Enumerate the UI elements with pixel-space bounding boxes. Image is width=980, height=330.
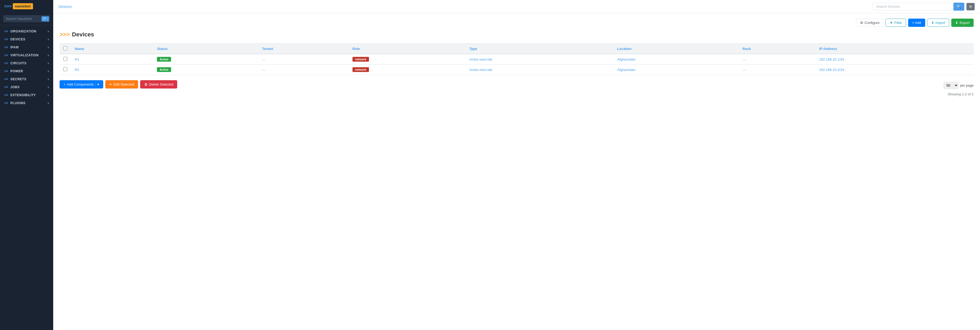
main-content: Devices 🔍 ⚙ ⚙ Configure ▼ Filter + Add ⬆… [53,0,980,330]
select-all-header [60,44,71,54]
configure-button[interactable]: ⚙ Configure [856,19,883,27]
devices-table: Name Status Tenant Role Type Location Ra… [60,43,974,75]
page-title-row: >>> Devices [60,31,974,38]
sidebar-item-label: SECRETS [10,77,26,81]
topbar: Devices 🔍 ⚙ [53,0,980,13]
row1-checkbox[interactable] [63,57,67,61]
filter-button[interactable]: ▼ Filter [886,19,906,27]
logo-arrows-icon: >>> [4,4,12,9]
row2-ip-link[interactable]: 192.168.10.2/24 [819,68,844,72]
per-page-label: per page [960,83,974,87]
col-rack: Rack [739,44,815,54]
export-button[interactable]: ⬇ Export [951,19,974,27]
delete-selected-button[interactable]: 🗑 Delete Selected [140,80,177,89]
nav-arrows-icon: >> [4,77,8,81]
sidebar-item-plugins[interactable]: >> PLUGINS ▾ [0,99,53,107]
sidebar-item-virtualization[interactable]: >> VIRTUALIZATION ▾ [0,51,53,59]
sidebar-item-circuits[interactable]: >> CIRCUITS ▾ [0,59,53,67]
page-title: Devices [72,31,94,38]
col-name-label: Name [75,47,84,51]
chevron-down-icon: ▾ [48,38,49,41]
row2-checkbox[interactable] [63,67,67,71]
sidebar-item-secrets[interactable]: >> SECRETS ▾ [0,75,53,83]
add-components-button[interactable]: + Add Components ▾ [60,80,103,89]
table-row: R1 Active — network Arista veos-lab [60,54,974,65]
gear-icon: ⚙ [860,21,863,25]
row1-name-cell: R1 [71,54,153,65]
sidebar-item-label: ORGANIZATION [10,30,37,33]
col-tenant-label: Tenant [262,47,273,51]
chevron-down-icon: ▾ [48,102,49,105]
col-location-label: Location [617,47,632,51]
search-nautobot-button[interactable]: 🔍 [41,16,49,21]
showing-label: Showing 1-2 of 2 [948,92,974,96]
row2-location-link[interactable]: Afghanistan [617,68,635,72]
add-label: + Add [912,21,921,25]
sidebar-item-label: POWER [10,69,23,73]
nav-arrows-icon: >> [4,46,8,49]
sidebar-item-organization[interactable]: >> ORGANIZATION ▾ [0,27,53,35]
sidebar-item-extensibility[interactable]: >> EXTENSIBILITY ▾ [0,91,53,99]
nav-arrows-icon: >> [4,38,8,41]
row1-rack-value: — [743,57,746,61]
col-status-label: Status [157,47,168,51]
import-button[interactable]: ⬆ Import [928,19,950,27]
breadcrumb-devices[interactable]: Devices [59,5,72,9]
select-all-checkbox[interactable] [63,46,67,50]
sidebar-item-devices[interactable]: >> DEVICES ▾ [0,35,53,43]
row2-rack-value: — [743,68,746,72]
row2-status-badge: Active [157,67,171,72]
col-type-label: Type [469,47,477,51]
row1-location-link[interactable]: Afghanistan [617,57,635,61]
table-body: R1 Active — network Arista veos-lab [60,54,974,75]
nav-arrows-icon: >> [4,69,8,73]
sidebar-item-label: IPAM [10,46,19,49]
plus-icon: + [64,82,66,86]
row2-rack-cell: — [739,65,815,75]
row2-type-cell: Arista veos-lab [466,65,613,75]
chevron-down-icon: ▾ [48,54,49,57]
per-page-select[interactable]: 50 100 200 [943,82,958,89]
col-tenant: Tenant [258,44,349,54]
chevron-down-icon: ▾ [48,78,49,81]
col-ip: IP Address [815,44,974,54]
row1-location-cell: Afghanistan [613,54,739,65]
edit-selected-button[interactable]: ✏ Edit Selected [105,80,138,89]
row1-ip-link[interactable]: 192.168.10.1/24 [819,57,844,61]
search-devices-input[interactable] [873,3,952,10]
chevron-down-icon: ▾ [48,46,49,49]
filter-label: Filter [894,21,902,25]
sidebar-item-label: JOBS [10,85,20,89]
sidebar-item-label: PLUGINS [10,101,25,105]
row1-type-link[interactable]: Arista veos-lab [469,57,492,61]
export-label: Export [959,21,970,25]
row1-role-cell: network [349,54,466,65]
add-components-caret-icon[interactable]: ▾ [95,82,99,86]
pagination-area: 50 100 200 per page Showing 1-2 of 2 [943,82,974,96]
row2-name-link[interactable]: R2 [75,68,79,72]
row2-name-cell: R2 [71,65,153,75]
search-devices-button[interactable]: 🔍 [953,3,964,11]
row1-status-badge: Active [157,57,171,62]
row2-tenant-value: — [262,68,266,72]
chevron-down-icon: ▾ [48,86,49,89]
row1-type-cell: Arista veos-lab [466,54,613,65]
add-button[interactable]: + Add [908,19,925,27]
delete-selected-label: Delete Selected [149,82,173,86]
row1-tenant-value: — [262,57,266,61]
settings-icon[interactable]: ⚙ [966,3,975,10]
col-role: Role [349,44,466,54]
nav-arrows-icon: >> [4,61,8,65]
row2-location-cell: Afghanistan [613,65,739,75]
edit-selected-label: Edit Selected [114,82,134,86]
row2-type-link[interactable]: Arista veos-lab [469,68,492,72]
nav-section: >> ORGANIZATION ▾ >> DEVICES ▾ >> IPAM ▾… [0,25,53,109]
sidebar-item-ipam[interactable]: >> IPAM ▾ [0,43,53,51]
row1-role-badge: network [352,57,369,62]
logo-box[interactable]: nautobot [13,3,33,9]
title-arrows-icon: >>> [60,31,70,38]
row1-name-link[interactable]: R1 [75,57,79,61]
sidebar-item-power[interactable]: >> POWER ▾ [0,67,53,75]
sidebar-item-jobs[interactable]: >> JOBS ▾ [0,83,53,91]
nav-arrows-icon: >> [4,53,8,57]
